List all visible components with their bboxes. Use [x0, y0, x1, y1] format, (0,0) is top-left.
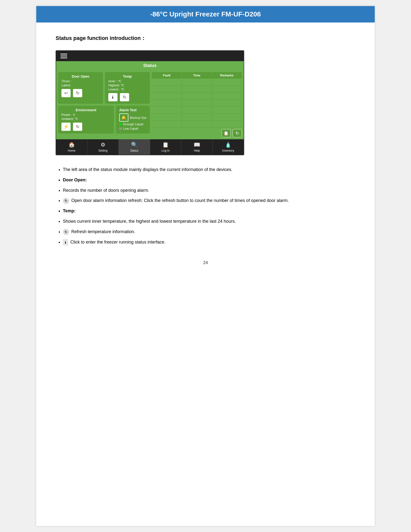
env-power: Power : V [61, 113, 111, 116]
nav-status[interactable]: 🔍 Status [119, 139, 150, 155]
list-item-temp-1: Shows current inner temperature, the hig… [63, 218, 355, 225]
door-open-latest: Latest: [61, 83, 100, 87]
page-body: Status page function introduction： Statu… [36, 22, 375, 280]
temp-heading-text: Temp: [63, 209, 76, 213]
bottom-row-panels: Enviornment Power : V Ambient: ℃ ⚡ ↻ Ala… [58, 106, 150, 133]
door-log-button[interactable]: ↩ [61, 89, 71, 97]
alarm-low-row: Low Liquid [119, 127, 147, 130]
nav-setting[interactable]: ⚙ Setting [87, 139, 119, 155]
nav-home[interactable]: 🏠 Home [56, 139, 87, 155]
table-bottom-icons: 📋 ↻ [152, 129, 242, 137]
low-liquid-dot [119, 127, 121, 130]
table-row [152, 86, 242, 93]
door-open-heading-text: Door Open: [63, 178, 87, 182]
temp-therm-button[interactable]: 🌡 [108, 93, 118, 101]
col-remarks: Remarks [212, 72, 242, 79]
door-open-icons: ↩ ↻ [61, 89, 100, 97]
table-report-button[interactable]: 📋 [222, 129, 231, 137]
nav-login-label: Log In [161, 149, 169, 152]
temp-refresh-button[interactable]: ↻ [120, 93, 129, 101]
table-row [152, 121, 242, 128]
cell-time-5 [182, 107, 212, 114]
nav-login[interactable]: 📋 Log In [150, 139, 182, 155]
env-power-button[interactable]: ⚡ [61, 123, 71, 131]
cell-remarks-1 [212, 79, 242, 85]
cell-fault-6 [152, 114, 182, 120]
ui-navbar: 🏠 Home ⚙ Setting 🔍 Status 📋 Log In 📖 [56, 139, 244, 155]
page: -86°C Upright Freezer FM-UF-D206 Status … [36, 6, 375, 526]
door-open-times: Times : [61, 79, 100, 83]
page-title: -86°C Upright Freezer FM-UF-D206 [150, 10, 261, 18]
door-refresh-button[interactable]: ↻ [73, 89, 82, 97]
list-item-door-open-1: Records the number of doors opening alar… [63, 187, 355, 194]
cell-fault-5 [152, 107, 182, 114]
alarm-title: Alarm Test [119, 108, 147, 112]
list-item-door-open-2: ↻ Open door alarm information refresh: C… [63, 197, 355, 204]
env-icons: ⚡ ↻ [61, 123, 111, 131]
temp-title: Temp [108, 75, 147, 78]
alarm-bell-icon[interactable]: 🔔 [119, 114, 128, 122]
table-row [152, 107, 242, 114]
ui-topbar [56, 51, 244, 61]
list-item-temp-3-text: Click to enter the freezer running statu… [70, 240, 165, 245]
cell-time-2 [182, 86, 212, 92]
page-number: 24 [56, 260, 355, 265]
temp-panel: Temp Inner : ℃ Highest: ℃ Lowest : ℃ 🌡 ↻ [105, 72, 150, 104]
alarm-backup-row: 🔔 Backup Sys [119, 114, 147, 122]
cell-remarks-2 [212, 86, 242, 92]
list-item-temp-3: 🌡 Click to enter the freezer running sta… [63, 239, 355, 246]
environment-panel: Enviornment Power : V Ambient: ℃ ⚡ ↻ [58, 106, 114, 133]
cell-fault-2 [152, 86, 182, 92]
table-row [152, 79, 242, 86]
col-time: Time [182, 72, 212, 79]
cell-fault-4 [152, 100, 182, 106]
refresh-icon-inline: ↻ [63, 198, 69, 204]
nav-setting-label: Setting [98, 149, 107, 152]
left-panels: Door Open Times : Latest: ↩ ↻ Temp Inner [58, 72, 150, 137]
list-item-temp-heading: Temp: [63, 208, 355, 215]
list-item-1: The left area of the status module mainl… [63, 166, 355, 173]
list-item-door-open-2-text: Open door alarm information refresh: Cli… [71, 198, 289, 203]
list-item-door-open-1-text: Records the number of doors opening alar… [63, 188, 149, 193]
temp-icons: 🌡 ↻ [108, 93, 147, 101]
cell-time-3 [182, 93, 212, 99]
nav-status-label: Status [130, 149, 138, 152]
table-header: Fault Time Remarks [152, 72, 242, 79]
nav-inventory-label: Inventory [222, 149, 234, 152]
env-ambient: Ambient: ℃ [61, 117, 111, 121]
temp-lowest: Lowest : ℃ [108, 87, 147, 91]
cell-time-4 [182, 100, 212, 106]
list-item-temp-2-text: Refresh temperature information. [71, 229, 135, 234]
therm-icon-inline: 🌡 [63, 239, 68, 246]
nav-help[interactable]: 📖 Help [181, 139, 213, 155]
col-fault: Fault [152, 72, 182, 79]
temp-highest: Highest: ℃ [108, 83, 147, 87]
temp-inner: Inner : ℃ [108, 79, 147, 83]
table-row [152, 114, 242, 121]
alarm-enough-row: Enough Liquid [119, 122, 147, 126]
hamburger-icon[interactable] [60, 54, 67, 58]
alarm-test-panel: Alarm Test 🔔 Backup Sys Enough Liquid [116, 106, 150, 133]
cell-fault-1 [152, 79, 182, 85]
door-open-panel: Door Open Times : Latest: ↩ ↻ [58, 72, 103, 104]
list-item-door-open-heading: Door Open: [63, 177, 355, 183]
cell-time-1 [182, 79, 212, 85]
list-item-temp-2: ↻ Refresh temperature information. [63, 228, 355, 235]
nav-home-label: Home [68, 149, 75, 152]
nav-inventory[interactable]: 🧴 Inventory [213, 139, 244, 155]
top-row-panels: Door Open Times : Latest: ↩ ↻ Temp Inner [58, 72, 150, 104]
env-refresh-button[interactable]: ↻ [73, 123, 82, 131]
cell-remarks-5 [212, 107, 242, 114]
cell-remarks-4 [212, 100, 242, 106]
cell-remarks-7 [212, 121, 242, 127]
content-list: The left area of the status module mainl… [56, 166, 355, 246]
table-row [152, 93, 242, 100]
setting-icon: ⚙ [101, 142, 105, 148]
ui-mockup: Status Door Open Times : Latest: ↩ [56, 50, 244, 155]
status-icon: 🔍 [131, 142, 138, 148]
login-icon: 📋 [162, 142, 169, 148]
inventory-icon: 🧴 [225, 142, 231, 148]
page-header: -86°C Upright Freezer FM-UF-D206 [36, 6, 375, 22]
fault-table: Fault Time Remarks [152, 72, 242, 137]
table-refresh-button[interactable]: ↻ [233, 129, 242, 137]
